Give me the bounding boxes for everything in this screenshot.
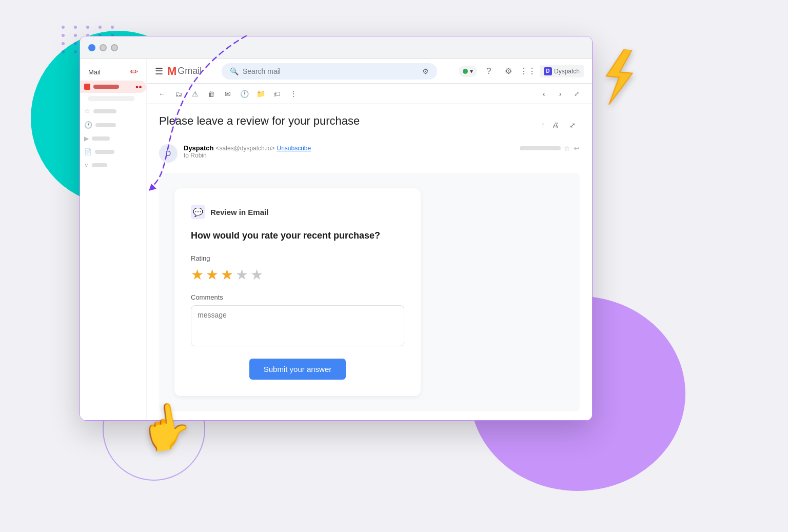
search-input[interactable] <box>243 67 418 75</box>
hamburger-icon[interactable]: ☰ <box>155 66 163 77</box>
gmail-header: ☰ M Gmail 🔍 ⚙ ▾ <box>147 59 592 84</box>
compose-pencil-icon[interactable]: ✏ <box>130 66 138 77</box>
star-4[interactable]: ★ <box>235 266 248 283</box>
settings-button[interactable]: ⚙ <box>501 64 516 79</box>
submit-button[interactable]: Submit your answer <box>249 359 346 380</box>
sender-name: Dyspatch <box>184 144 214 152</box>
hand-cursor-decoration: 👆 <box>134 397 197 457</box>
starred-bar <box>93 109 116 113</box>
status-indicator[interactable]: ▾ <box>459 66 477 77</box>
email-subject: Please leave a review for your purchase <box>159 114 360 128</box>
clock-icon: 🕐 <box>84 121 92 129</box>
back-button[interactable]: ← <box>155 87 169 101</box>
dyspatch-badge: D Dyspatch <box>540 65 584 77</box>
email-toolbar: ← 🗂 ⚠ 🗑 ✉ 🕐 📁 🏷 ⋮ ‹ › ⤢ <box>147 84 592 104</box>
label-button[interactable]: 🏷 <box>270 87 284 101</box>
sender-name-row: Dyspatch <sales@dyspatch.io> Unsubscribe <box>184 144 311 152</box>
close-button[interactable] <box>88 44 95 51</box>
star-2[interactable]: ★ <box>206 266 219 283</box>
comments-textarea[interactable] <box>191 305 404 346</box>
review-card-header: 💬 Review in Email <box>191 205 404 219</box>
star-rating: ★ ★ ★ ★ ★ <box>191 266 404 283</box>
review-card: 💬 Review in Email How would you rate you… <box>174 188 421 396</box>
sidebar-item-starred[interactable]: ☆ <box>80 104 146 118</box>
filter-icon[interactable]: ⚙ <box>422 67 429 75</box>
browser-titlebar <box>80 36 592 59</box>
comments-label: Comments <box>191 293 404 301</box>
sent-bar <box>92 136 110 141</box>
star-email-icon[interactable]: ☆ <box>564 144 570 152</box>
delete-button[interactable]: 🗑 <box>204 87 219 101</box>
spam-button[interactable]: ⚠ <box>188 87 202 101</box>
chevron-down-icon: ∨ <box>84 162 89 169</box>
sender-avatar: D <box>159 144 178 163</box>
sent-icon: ▶ <box>84 135 89 142</box>
sender-email: sales@dyspatch.io <box>220 145 271 152</box>
expand-button[interactable]: ⤢ <box>565 118 580 132</box>
gmail-logo: M Gmail <box>167 65 202 78</box>
navigate-prev-button[interactable]: ‹ <box>537 87 551 101</box>
navigate-next-button[interactable]: › <box>553 87 567 101</box>
minimize-button[interactable] <box>100 44 107 51</box>
gmail-wordmark: Gmail <box>178 66 202 76</box>
mail-label-text: Mail <box>88 68 101 76</box>
move-button[interactable]: 📁 <box>253 87 268 101</box>
dyspatch-logo-icon: D <box>544 67 552 75</box>
inbox-label-bar <box>93 85 119 89</box>
snoozed-bar <box>95 123 116 127</box>
sender-details: Dyspatch <sales@dyspatch.io> Unsubscribe… <box>184 144 311 159</box>
email-header-actions: ↑ 🖨 ⤢ <box>541 118 580 132</box>
print-button[interactable]: 🖨 <box>548 118 562 132</box>
search-icon: 🔍 <box>230 67 239 75</box>
toolbar-right-actions: ‹ › ⤢ <box>537 87 584 101</box>
sidebar-item-sent[interactable]: ▶ <box>80 132 146 145</box>
open-in-new-button[interactable]: ⤢ <box>569 87 584 101</box>
drafts-bar <box>95 150 114 154</box>
star-icon: ☆ <box>84 107 90 115</box>
email-from: D Dyspatch <sales@dyspatch.io> Unsubscri… <box>159 144 580 163</box>
gmail-m-icon: M <box>167 65 176 78</box>
status-dot <box>463 69 468 74</box>
inbox-count: ●● <box>135 84 142 90</box>
window-controls <box>88 44 118 51</box>
star-3[interactable]: ★ <box>221 266 233 283</box>
drafts-icon: 📄 <box>84 148 92 155</box>
inbox-icon <box>84 84 90 90</box>
browser-window: Mail ✏ ●● ☆ 🕐 ▶ <box>80 36 593 421</box>
subject-row: Please leave a review for your purchase … <box>159 114 580 136</box>
more-actions-button[interactable]: ⋮ <box>286 87 301 101</box>
gmail-layout: Mail ✏ ●● ☆ 🕐 ▶ <box>80 59 592 420</box>
sidebar-mail-label: Mail ✏ <box>80 63 146 81</box>
sidebar-placeholder-1 <box>88 96 134 101</box>
status-label: ▾ <box>470 68 473 75</box>
email-content: Please leave a review for your purchase … <box>147 104 592 420</box>
sidebar-item-inbox[interactable]: ●● <box>80 81 146 93</box>
review-card-title: Review in Email <box>210 208 268 216</box>
unsubscribe-link[interactable]: Unsubscribe <box>277 145 311 152</box>
gmail-header-actions: ▾ ? ⚙ ⋮⋮ D Dyspatch <box>459 64 584 79</box>
gmail-search-bar[interactable]: 🔍 ⚙ <box>222 63 437 80</box>
svg-marker-0 <box>604 48 634 107</box>
review-chat-icon: 💬 <box>191 205 205 219</box>
archive-button[interactable]: 🗂 <box>171 87 186 101</box>
email-right-actions: ☆ ↩ <box>520 144 580 152</box>
gmail-logo-area: ☰ M Gmail <box>155 65 222 78</box>
apps-button[interactable]: ⋮⋮ <box>520 64 536 79</box>
sidebar-item-snoozed[interactable]: 🕐 <box>80 118 146 132</box>
lightning-bolt-decoration <box>593 47 640 116</box>
snooze-button[interactable]: 🕐 <box>237 87 251 101</box>
star-5[interactable]: ★ <box>250 266 263 283</box>
sidebar-item-drafts[interactable]: 📄 <box>80 145 146 159</box>
reply-icon[interactable]: ↩ <box>574 144 580 152</box>
gmail-sidebar: Mail ✏ ●● ☆ 🕐 ▶ <box>80 59 147 420</box>
timestamp-placeholder <box>520 146 561 150</box>
star-1[interactable]: ★ <box>191 266 204 283</box>
up-arrow-icon: ↑ <box>541 121 545 130</box>
mail-button[interactable]: ✉ <box>221 87 235 101</box>
maximize-button[interactable] <box>111 44 118 51</box>
help-button[interactable]: ? <box>481 64 497 79</box>
sidebar-item-more[interactable]: ∨ <box>80 159 146 172</box>
email-body: 💬 Review in Email How would you rate you… <box>159 173 580 411</box>
sender-email-text: <sales@dyspatch.io> <box>216 145 275 152</box>
dyspatch-label: Dyspatch <box>554 68 580 75</box>
